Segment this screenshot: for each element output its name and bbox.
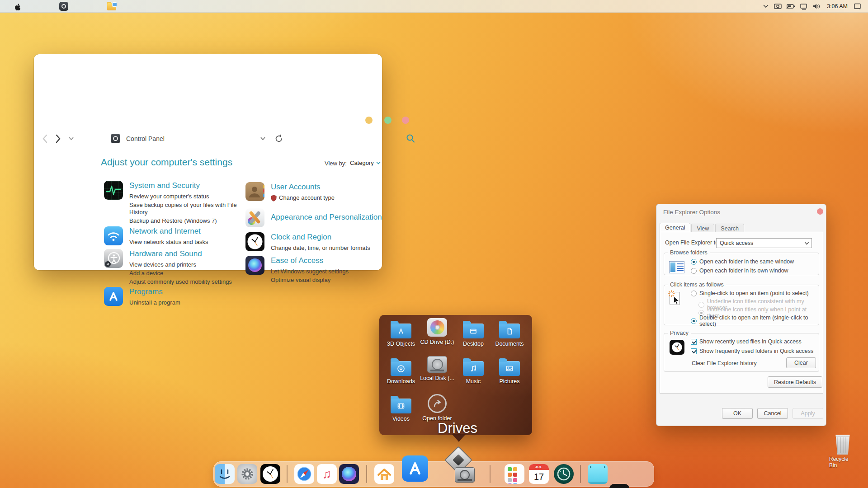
- category-title[interactable]: User Accounts: [271, 182, 395, 192]
- drive-item-local-disk[interactable]: Local Disk (...: [420, 356, 455, 381]
- apply-button[interactable]: Apply: [793, 408, 823, 419]
- hardware-sound-icon[interactable]: [104, 249, 123, 268]
- dock-notes[interactable]: [588, 464, 608, 484]
- siri-orb-icon: [342, 467, 356, 481]
- folder-videos-icon: [391, 399, 411, 413]
- view-by-select[interactable]: Category: [350, 160, 381, 166]
- task-link[interactable]: Uninstall a program: [129, 299, 240, 306]
- menubar-folder-app-icon[interactable]: [107, 2, 117, 11]
- volume-icon[interactable]: [812, 3, 821, 10]
- uac-shield-icon: [271, 195, 277, 202]
- ok-button[interactable]: OK: [722, 408, 753, 419]
- category-appearance-personalization: Appearance and Personalization: [245, 208, 395, 227]
- dock-finder[interactable]: [215, 464, 235, 484]
- category-title[interactable]: Hardware and Sound: [129, 249, 240, 258]
- tray-chevron-icon[interactable]: [762, 3, 769, 10]
- network-internet-icon[interactable]: [104, 226, 123, 245]
- task-link[interactable]: Backup and Restore (Windows 7): [129, 217, 240, 225]
- dock-safari[interactable]: [294, 464, 314, 484]
- task-link[interactable]: Change account type: [279, 194, 335, 202]
- task-link[interactable]: Adjust commonly used mobility settings: [129, 278, 240, 286]
- open-file-explorer-select[interactable]: Quick access: [716, 238, 812, 248]
- back-button[interactable]: [41, 134, 49, 144]
- dock-home[interactable]: [374, 464, 394, 484]
- task-link[interactable]: Optimize visual display: [271, 277, 395, 284]
- close-button[interactable]: [402, 117, 409, 124]
- drive-item-downloads[interactable]: Downloads: [383, 357, 419, 385]
- category-title[interactable]: Network and Internet: [129, 226, 240, 236]
- search-icon[interactable]: [406, 133, 415, 144]
- radio-double-click[interactable]: Double-click to open an item (single-cli…: [691, 314, 819, 327]
- dock-trash[interactable]: [631, 464, 651, 484]
- dialog-close-button[interactable]: [817, 208, 823, 215]
- task-link[interactable]: View network status and tasks: [129, 239, 240, 246]
- wireless-display-icon[interactable]: [774, 3, 782, 10]
- dock-app-store[interactable]: [402, 455, 428, 482]
- category-title[interactable]: Clock and Region: [271, 232, 395, 242]
- drive-item-cd-drive[interactable]: CD Drive (D:): [420, 318, 455, 345]
- dock-clock[interactable]: [260, 464, 280, 484]
- drive-item-documents[interactable]: Documents: [492, 320, 527, 347]
- page-title: Adjust your computer's settings: [101, 157, 232, 168]
- minimize-button[interactable]: [365, 117, 373, 124]
- dock-siri[interactable]: [339, 464, 359, 484]
- recent-pages-chevron-icon[interactable]: [68, 136, 74, 141]
- appearance-icon[interactable]: [245, 208, 264, 227]
- task-link[interactable]: Let Windows suggest settings: [271, 268, 395, 275]
- address-dropdown-chevron-icon[interactable]: [260, 136, 266, 141]
- system-tray: 3:06 AM: [762, 0, 868, 13]
- folder-3d-objects-icon: [391, 324, 411, 338]
- recycle-bin[interactable]: Recycle Bin: [829, 434, 856, 469]
- dock-mission-control[interactable]: [609, 484, 629, 488]
- radio-open-same-window[interactable]: Open each folder in the same window: [691, 258, 794, 265]
- dock-drives[interactable]: [441, 446, 477, 484]
- folder-documents-icon: [499, 324, 520, 338]
- cancel-button[interactable]: Cancel: [757, 408, 788, 419]
- checkbox-frequent-folders[interactable]: Show frequently used folders in Quick ac…: [691, 348, 813, 354]
- dock-calendar[interactable]: JUL 17: [529, 464, 549, 484]
- drive-item-pictures[interactable]: Pictures: [492, 357, 527, 385]
- task-link[interactable]: Change date, time, or number formats: [271, 244, 395, 252]
- category-title[interactable]: Programs: [129, 287, 240, 296]
- task-link[interactable]: Review your computer's status: [129, 193, 240, 200]
- dock-time-machine[interactable]: [554, 464, 574, 484]
- ease-of-access-icon[interactable]: [245, 256, 264, 275]
- clock-time[interactable]: 3:06 AM: [825, 3, 849, 9]
- drive-item-desktop[interactable]: Desktop: [456, 320, 491, 347]
- task-link[interactable]: View devices and printers: [129, 261, 240, 268]
- clear-button[interactable]: Clear: [786, 357, 816, 368]
- system-security-icon[interactable]: [104, 181, 123, 200]
- apple-menu-icon[interactable]: [14, 2, 21, 10]
- clock-region-icon[interactable]: [245, 232, 264, 251]
- drive-item-videos[interactable]: Videos: [383, 395, 419, 422]
- dock-system-preferences[interactable]: [237, 464, 257, 484]
- drive-item-3d-objects[interactable]: 3D Objects: [383, 320, 419, 347]
- radio-single-click[interactable]: Single-click to open an item (point to s…: [691, 290, 809, 296]
- network-icon[interactable]: [800, 3, 808, 10]
- dock-launchpad[interactable]: [505, 464, 524, 484]
- view-by-label: View by:: [325, 160, 347, 167]
- category-title[interactable]: Appearance and Personalization: [271, 212, 395, 222]
- zoom-button[interactable]: [384, 117, 392, 124]
- checkbox-recent-files[interactable]: Show recently used files in Quick access: [691, 338, 802, 345]
- drive-item-open-folder[interactable]: Open folder: [420, 394, 455, 422]
- forward-button[interactable]: [54, 134, 62, 144]
- address-bar[interactable]: Control Panel: [126, 135, 165, 142]
- refresh-button[interactable]: [274, 133, 284, 144]
- category-title[interactable]: System and Security: [129, 181, 240, 190]
- dock-music[interactable]: ♫: [317, 464, 337, 484]
- restore-defaults-button[interactable]: Restore Defaults: [768, 376, 822, 388]
- drive-item-music[interactable]: Music: [456, 357, 491, 385]
- task-link[interactable]: Add a device: [129, 270, 240, 277]
- recycle-bin-icon: [835, 435, 851, 455]
- programs-icon[interactable]: [104, 287, 123, 306]
- clear-history-label: Clear File Explorer history: [692, 360, 757, 366]
- user-accounts-icon[interactable]: [245, 182, 264, 201]
- action-center-icon[interactable]: [854, 3, 862, 10]
- battery-icon[interactable]: [786, 3, 796, 10]
- menubar-settings-app-icon[interactable]: [59, 2, 68, 11]
- radio-open-own-window[interactable]: Open each folder in its own window: [691, 267, 788, 274]
- dock-separator: [366, 465, 367, 483]
- task-link[interactable]: Save backup copies of your files with Fi…: [129, 202, 240, 216]
- category-title[interactable]: Ease of Access: [271, 256, 395, 265]
